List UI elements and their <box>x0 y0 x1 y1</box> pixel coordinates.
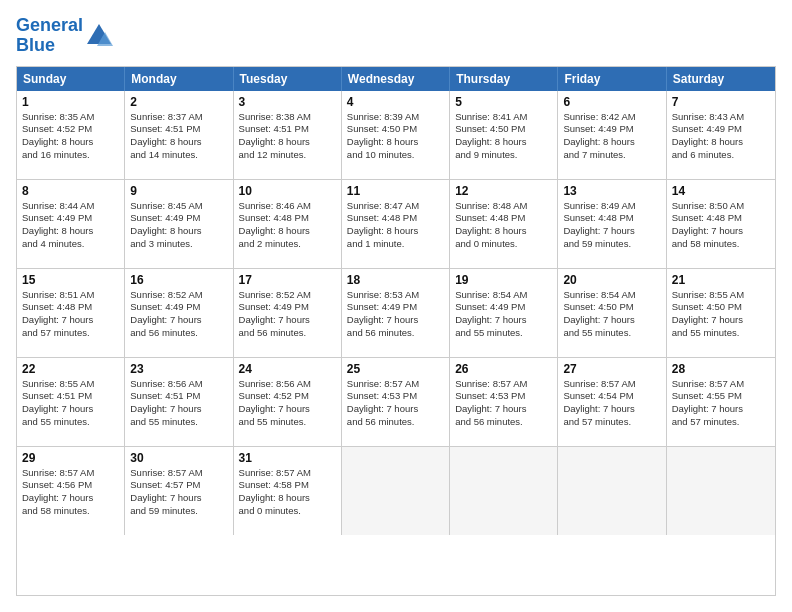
cell-info: Sunrise: 8:47 AMSunset: 4:48 PMDaylight:… <box>347 200 444 251</box>
logo-icon <box>85 22 113 50</box>
calendar-body: 1Sunrise: 8:35 AMSunset: 4:52 PMDaylight… <box>17 91 775 535</box>
day-of-week-header: Thursday <box>450 67 558 91</box>
day-number: 12 <box>455 184 552 198</box>
day-number: 16 <box>130 273 227 287</box>
calendar-cell <box>667 447 775 535</box>
cell-info: Sunrise: 8:54 AMSunset: 4:49 PMDaylight:… <box>455 289 552 340</box>
calendar-cell: 7Sunrise: 8:43 AMSunset: 4:49 PMDaylight… <box>667 91 775 179</box>
logo-text: General <box>16 16 83 36</box>
day-number: 27 <box>563 362 660 376</box>
day-number: 13 <box>563 184 660 198</box>
cell-info: Sunrise: 8:39 AMSunset: 4:50 PMDaylight:… <box>347 111 444 162</box>
calendar-cell: 30Sunrise: 8:57 AMSunset: 4:57 PMDayligh… <box>125 447 233 535</box>
calendar-cell: 17Sunrise: 8:52 AMSunset: 4:49 PMDayligh… <box>234 269 342 357</box>
calendar-cell <box>342 447 450 535</box>
calendar-cell: 24Sunrise: 8:56 AMSunset: 4:52 PMDayligh… <box>234 358 342 446</box>
cell-info: Sunrise: 8:38 AMSunset: 4:51 PMDaylight:… <box>239 111 336 162</box>
calendar-week-row: 1Sunrise: 8:35 AMSunset: 4:52 PMDaylight… <box>17 91 775 179</box>
day-number: 21 <box>672 273 770 287</box>
day-of-week-header: Wednesday <box>342 67 450 91</box>
cell-info: Sunrise: 8:57 AMSunset: 4:53 PMDaylight:… <box>455 378 552 429</box>
day-number: 5 <box>455 95 552 109</box>
cell-info: Sunrise: 8:48 AMSunset: 4:48 PMDaylight:… <box>455 200 552 251</box>
cell-info: Sunrise: 8:57 AMSunset: 4:53 PMDaylight:… <box>347 378 444 429</box>
cell-info: Sunrise: 8:56 AMSunset: 4:52 PMDaylight:… <box>239 378 336 429</box>
day-of-week-header: Monday <box>125 67 233 91</box>
calendar-cell: 27Sunrise: 8:57 AMSunset: 4:54 PMDayligh… <box>558 358 666 446</box>
day-number: 14 <box>672 184 770 198</box>
calendar-cell: 8Sunrise: 8:44 AMSunset: 4:49 PMDaylight… <box>17 180 125 268</box>
cell-info: Sunrise: 8:57 AMSunset: 4:57 PMDaylight:… <box>130 467 227 518</box>
day-number: 15 <box>22 273 119 287</box>
calendar-cell: 23Sunrise: 8:56 AMSunset: 4:51 PMDayligh… <box>125 358 233 446</box>
day-number: 31 <box>239 451 336 465</box>
calendar-cell: 19Sunrise: 8:54 AMSunset: 4:49 PMDayligh… <box>450 269 558 357</box>
day-of-week-header: Sunday <box>17 67 125 91</box>
calendar-week-row: 29Sunrise: 8:57 AMSunset: 4:56 PMDayligh… <box>17 446 775 535</box>
calendar-week-row: 22Sunrise: 8:55 AMSunset: 4:51 PMDayligh… <box>17 357 775 446</box>
calendar-cell: 12Sunrise: 8:48 AMSunset: 4:48 PMDayligh… <box>450 180 558 268</box>
day-number: 19 <box>455 273 552 287</box>
cell-info: Sunrise: 8:49 AMSunset: 4:48 PMDaylight:… <box>563 200 660 251</box>
calendar-cell: 22Sunrise: 8:55 AMSunset: 4:51 PMDayligh… <box>17 358 125 446</box>
day-number: 25 <box>347 362 444 376</box>
day-number: 1 <box>22 95 119 109</box>
logo-text2: Blue <box>16 36 83 56</box>
cell-info: Sunrise: 8:57 AMSunset: 4:55 PMDaylight:… <box>672 378 770 429</box>
calendar-cell: 25Sunrise: 8:57 AMSunset: 4:53 PMDayligh… <box>342 358 450 446</box>
calendar-cell <box>558 447 666 535</box>
cell-info: Sunrise: 8:51 AMSunset: 4:48 PMDaylight:… <box>22 289 119 340</box>
calendar-cell: 21Sunrise: 8:55 AMSunset: 4:50 PMDayligh… <box>667 269 775 357</box>
day-number: 9 <box>130 184 227 198</box>
cell-info: Sunrise: 8:56 AMSunset: 4:51 PMDaylight:… <box>130 378 227 429</box>
calendar-cell: 15Sunrise: 8:51 AMSunset: 4:48 PMDayligh… <box>17 269 125 357</box>
cell-info: Sunrise: 8:50 AMSunset: 4:48 PMDaylight:… <box>672 200 770 251</box>
day-number: 10 <box>239 184 336 198</box>
calendar-cell: 10Sunrise: 8:46 AMSunset: 4:48 PMDayligh… <box>234 180 342 268</box>
day-number: 30 <box>130 451 227 465</box>
cell-info: Sunrise: 8:53 AMSunset: 4:49 PMDaylight:… <box>347 289 444 340</box>
day-number: 4 <box>347 95 444 109</box>
day-number: 8 <box>22 184 119 198</box>
calendar-cell: 20Sunrise: 8:54 AMSunset: 4:50 PMDayligh… <box>558 269 666 357</box>
calendar-cell: 31Sunrise: 8:57 AMSunset: 4:58 PMDayligh… <box>234 447 342 535</box>
calendar-cell: 3Sunrise: 8:38 AMSunset: 4:51 PMDaylight… <box>234 91 342 179</box>
cell-info: Sunrise: 8:42 AMSunset: 4:49 PMDaylight:… <box>563 111 660 162</box>
day-number: 2 <box>130 95 227 109</box>
day-number: 7 <box>672 95 770 109</box>
cell-info: Sunrise: 8:54 AMSunset: 4:50 PMDaylight:… <box>563 289 660 340</box>
day-number: 26 <box>455 362 552 376</box>
calendar-cell <box>450 447 558 535</box>
day-number: 18 <box>347 273 444 287</box>
day-number: 22 <box>22 362 119 376</box>
day-number: 6 <box>563 95 660 109</box>
calendar-cell: 1Sunrise: 8:35 AMSunset: 4:52 PMDaylight… <box>17 91 125 179</box>
cell-info: Sunrise: 8:57 AMSunset: 4:58 PMDaylight:… <box>239 467 336 518</box>
calendar-cell: 4Sunrise: 8:39 AMSunset: 4:50 PMDaylight… <box>342 91 450 179</box>
cell-info: Sunrise: 8:43 AMSunset: 4:49 PMDaylight:… <box>672 111 770 162</box>
calendar-cell: 6Sunrise: 8:42 AMSunset: 4:49 PMDaylight… <box>558 91 666 179</box>
header: General Blue <box>16 16 776 56</box>
cell-info: Sunrise: 8:37 AMSunset: 4:51 PMDaylight:… <box>130 111 227 162</box>
calendar-cell: 13Sunrise: 8:49 AMSunset: 4:48 PMDayligh… <box>558 180 666 268</box>
calendar-week-row: 15Sunrise: 8:51 AMSunset: 4:48 PMDayligh… <box>17 268 775 357</box>
cell-info: Sunrise: 8:52 AMSunset: 4:49 PMDaylight:… <box>130 289 227 340</box>
cell-info: Sunrise: 8:52 AMSunset: 4:49 PMDaylight:… <box>239 289 336 340</box>
page: General Blue SundayMondayTuesdayWednesda… <box>0 0 792 612</box>
calendar-cell: 26Sunrise: 8:57 AMSunset: 4:53 PMDayligh… <box>450 358 558 446</box>
day-number: 11 <box>347 184 444 198</box>
day-of-week-header: Tuesday <box>234 67 342 91</box>
cell-info: Sunrise: 8:55 AMSunset: 4:51 PMDaylight:… <box>22 378 119 429</box>
calendar-cell: 16Sunrise: 8:52 AMSunset: 4:49 PMDayligh… <box>125 269 233 357</box>
day-of-week-header: Friday <box>558 67 666 91</box>
calendar-cell: 11Sunrise: 8:47 AMSunset: 4:48 PMDayligh… <box>342 180 450 268</box>
cell-info: Sunrise: 8:45 AMSunset: 4:49 PMDaylight:… <box>130 200 227 251</box>
calendar-cell: 14Sunrise: 8:50 AMSunset: 4:48 PMDayligh… <box>667 180 775 268</box>
calendar-cell: 28Sunrise: 8:57 AMSunset: 4:55 PMDayligh… <box>667 358 775 446</box>
day-number: 17 <box>239 273 336 287</box>
cell-info: Sunrise: 8:57 AMSunset: 4:54 PMDaylight:… <box>563 378 660 429</box>
cell-info: Sunrise: 8:44 AMSunset: 4:49 PMDaylight:… <box>22 200 119 251</box>
calendar: SundayMondayTuesdayWednesdayThursdayFrid… <box>16 66 776 596</box>
day-number: 24 <box>239 362 336 376</box>
day-number: 20 <box>563 273 660 287</box>
